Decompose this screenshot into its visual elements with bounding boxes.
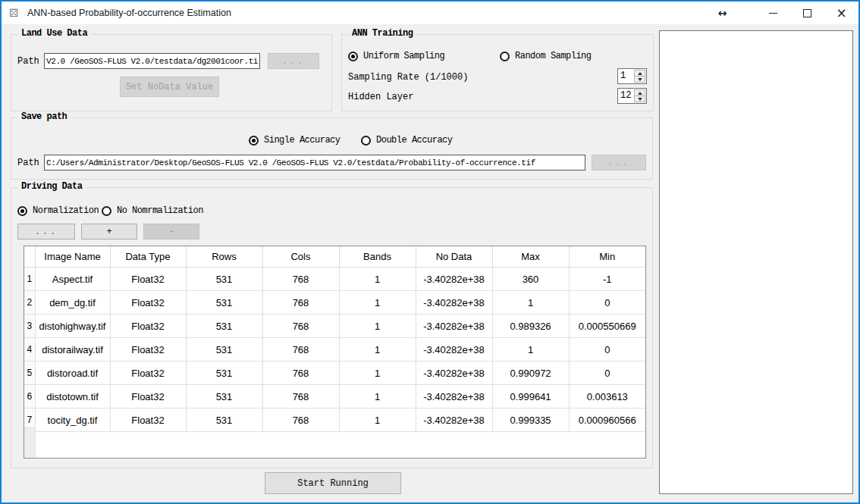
cell-rows: 531 — [186, 409, 262, 432]
land-use-data-group: Land Use Data Path ... Set NoData Value — [11, 34, 332, 111]
cell-no-data: -3.40282e+38 — [416, 291, 492, 315]
cell-image-name: distoroad.tif — [35, 362, 110, 385]
column-header-min[interactable]: Min — [569, 246, 645, 268]
row-number: 5 — [24, 362, 35, 385]
spin-up-icon[interactable] — [634, 70, 645, 76]
land-use-group-title: Land Use Data — [17, 28, 91, 39]
cell-min: 0.003613 — [569, 385, 645, 409]
row-number: 2 — [24, 291, 35, 315]
cell-min: 0 — [569, 362, 645, 385]
table-row[interactable]: 5distoroad.tifFloat325317681-3.40282e+38… — [24, 362, 645, 385]
normalization-radio[interactable]: Normalization — [17, 205, 99, 217]
sampling-rate-spinner[interactable]: 1 — [617, 68, 647, 84]
no-normalization-radio[interactable]: No Nomrmalization — [102, 205, 203, 217]
close-button[interactable]: × — [824, 2, 858, 24]
maximize-button[interactable] — [790, 2, 824, 24]
cell-max: 0.990972 — [492, 362, 569, 385]
uniform-sampling-radio[interactable]: Uniform Sampling — [348, 50, 444, 62]
cell-cols: 768 — [262, 315, 339, 338]
double-accuracy-label: Double Accuracy — [376, 135, 453, 146]
cell-bands: 1 — [339, 291, 416, 315]
table-row[interactable]: 2dem_dg.tifFloat325317681-3.40282e+3810 — [24, 291, 645, 315]
table-header-row: Image NameData TypeRowsColsBandsNo DataM… — [24, 246, 645, 268]
column-header-no-data[interactable]: No Data — [416, 246, 492, 268]
cell-no-data: -3.40282e+38 — [416, 315, 492, 338]
cell-max: 1 — [492, 291, 569, 315]
cell-no-data: -3.40282e+38 — [416, 268, 492, 291]
save-path-group: Save path Single Accuracy Double Accurac… — [11, 117, 653, 180]
hidden-layer-value: 12 — [620, 89, 631, 103]
cell-min: 0 — [569, 338, 645, 362]
driving-data-table[interactable]: Image NameData TypeRowsColsBandsNo DataM… — [24, 246, 646, 459]
hidden-layer-spinner[interactable]: 12 — [617, 88, 647, 104]
column-header-data-type[interactable]: Data Type — [110, 246, 186, 268]
row-number: 3 — [24, 315, 35, 338]
cell-min: 0.000550669 — [569, 315, 645, 338]
no-normalization-label: No Nomrmalization — [117, 205, 203, 216]
cell-cols: 768 — [262, 338, 339, 362]
save-path-input[interactable] — [44, 155, 585, 171]
cell-bands: 1 — [339, 338, 416, 362]
table-row[interactable]: 1Aspect.tifFloat325317681-3.40282e+38360… — [24, 268, 645, 291]
driving-data-browse-button[interactable]: ... — [17, 224, 75, 239]
land-use-browse-button[interactable]: ... — [268, 53, 319, 69]
sampling-rate-value: 1 — [620, 69, 626, 83]
single-accuracy-label: Single Accuracy — [264, 135, 341, 146]
resize-arrows-button[interactable]: ↔ — [705, 2, 739, 24]
minimize-button[interactable] — [756, 2, 790, 24]
column-header-rows[interactable]: Rows — [186, 246, 262, 268]
cell-bands: 1 — [339, 409, 416, 432]
save-path-browse-button[interactable]: ... — [592, 155, 646, 171]
cell-image-name: distorailway.tif — [35, 338, 110, 362]
column-header-bands[interactable]: Bands — [339, 246, 416, 268]
cell-cols: 768 — [262, 362, 339, 385]
add-driving-data-button[interactable]: + — [81, 224, 137, 239]
maximize-icon — [803, 9, 811, 17]
radio-circle-icon — [361, 136, 371, 146]
radio-circle-icon — [17, 206, 27, 216]
cell-image-name: distotown.tif — [35, 385, 110, 409]
table-row[interactable]: 7tocity_dg.tifFloat325317681-3.40282e+38… — [24, 409, 645, 432]
cell-max: 0.989326 — [492, 315, 569, 338]
cell-image-name: tocity_dg.tif — [35, 409, 110, 432]
uniform-sampling-label: Uniform Sampling — [363, 51, 444, 61]
cell-data-type: Float32 — [110, 338, 186, 362]
cell-max: 1 — [492, 338, 569, 362]
random-sampling-radio[interactable]: Random Sampling — [500, 50, 592, 62]
land-use-path-input[interactable] — [44, 53, 260, 69]
start-running-button[interactable]: Start Running — [265, 472, 401, 494]
set-nodata-value-button[interactable]: Set NoData Value — [120, 77, 219, 97]
row-number: 1 — [24, 268, 35, 291]
cell-cols: 768 — [262, 291, 339, 315]
minimize-icon — [769, 13, 777, 14]
table-row[interactable]: 3distohighway.tifFloat325317681-3.40282e… — [24, 315, 645, 338]
column-header-cols[interactable]: Cols — [262, 246, 339, 268]
table-row[interactable]: 6distotown.tifFloat325317681-3.40282e+38… — [24, 385, 645, 409]
spin-down-icon[interactable] — [634, 95, 645, 102]
row-header-filler — [24, 427, 36, 458]
table-row[interactable]: 4distorailway.tifFloat325317681-3.40282e… — [24, 338, 645, 362]
cell-bands: 1 — [339, 268, 416, 291]
column-header-image-name[interactable]: Image Name — [35, 246, 110, 268]
cell-image-name: Aspect.tif — [35, 268, 110, 291]
cell-rows: 531 — [186, 291, 262, 315]
double-accuracy-radio[interactable]: Double Accuracy — [361, 134, 453, 146]
cell-no-data: -3.40282e+38 — [416, 385, 492, 409]
land-use-path-label: Path — [17, 54, 39, 69]
save-path-group-title: Save path — [17, 111, 71, 122]
cell-data-type: Float32 — [110, 409, 186, 432]
remove-driving-data-button[interactable]: - — [143, 224, 199, 239]
radio-circle-icon — [348, 52, 358, 61]
spin-up-icon[interactable] — [634, 89, 645, 95]
spin-down-icon[interactable] — [634, 76, 645, 83]
cell-cols: 768 — [262, 385, 339, 409]
radio-circle-icon — [102, 206, 111, 216]
single-accuracy-radio[interactable]: Single Accuracy — [249, 134, 341, 146]
cell-data-type: Float32 — [110, 315, 186, 338]
cell-min: 0 — [569, 291, 645, 315]
resize-icon: ↔ — [718, 7, 727, 19]
cell-data-type: Float32 — [110, 385, 186, 409]
column-header-max[interactable]: Max — [492, 246, 569, 268]
cell-image-name: distohighway.tif — [35, 315, 110, 338]
ann-training-group: ANN Training Uniform Sampling Random Sam… — [341, 34, 654, 111]
